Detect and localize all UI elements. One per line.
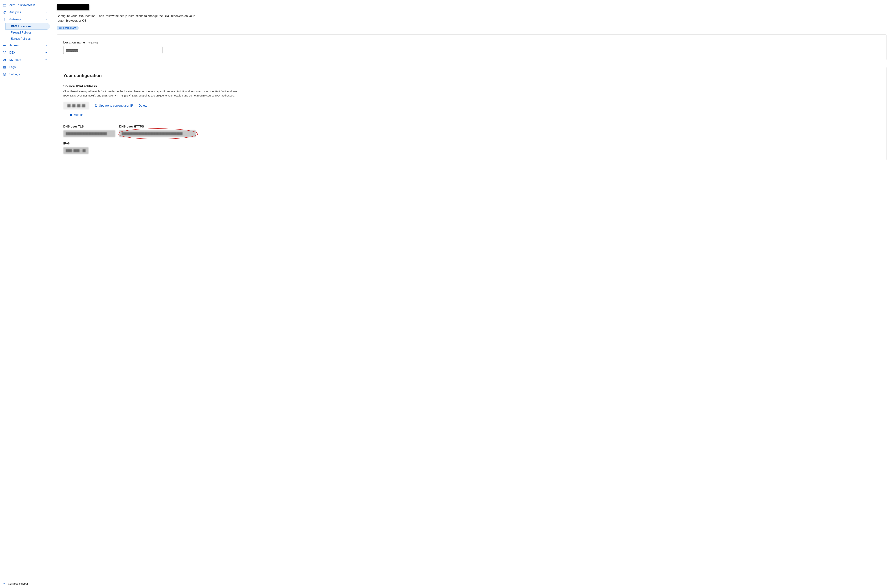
book-icon xyxy=(59,27,62,29)
sidebar-item-gateway[interactable]: Gateway xyxy=(0,16,50,23)
redacted-title xyxy=(57,5,89,10)
dot-value: ▓▓▓▓▓▓▓▓▓▓▓▓▓▓▓▓▓▓▓▓▓▓▓▓▓▓▓ xyxy=(63,130,115,137)
configuration-card: Your configuration Source IPv4 address C… xyxy=(57,67,887,161)
main-content: Configure your DNS location. Then, follo… xyxy=(50,0,893,588)
sidebar-item-label: Access xyxy=(9,44,42,47)
sidebar-item-label: Logs xyxy=(9,65,42,69)
chevron-down-icon xyxy=(45,52,47,54)
sidebar-item-dns-locations[interactable]: DNS Locations xyxy=(5,23,50,30)
svg-rect-3 xyxy=(5,20,5,20)
team-icon xyxy=(3,58,6,62)
svg-point-4 xyxy=(3,45,5,46)
add-ip-button[interactable]: Add IP xyxy=(70,113,83,117)
ipv6-section: IPv6 ▓▓▓▓:▓▓▓▓::▓▓ xyxy=(63,142,880,154)
sidebar-item-label: DEX xyxy=(9,51,42,54)
sidebar-item-label: Settings xyxy=(9,73,47,76)
chevron-up-icon xyxy=(45,19,47,20)
chevron-down-icon xyxy=(45,45,47,47)
sidebar-item-access[interactable]: Access xyxy=(0,42,50,49)
sidebar-item-label: Egress Policies xyxy=(11,37,30,40)
gear-icon xyxy=(3,73,6,76)
location-name-input[interactable] xyxy=(63,46,162,54)
doh-label: DNS over HTTPS xyxy=(119,125,196,128)
add-ip-label: Add IP xyxy=(74,113,83,117)
collapse-sidebar-label: Collapse sidebar xyxy=(8,582,28,585)
chevron-down-icon xyxy=(45,59,47,61)
update-ip-label: Update to current user IP xyxy=(99,104,133,107)
ip-row: ▓▓.▓▓.▓▓.▓▓ Update to current user IP De… xyxy=(63,102,880,110)
dashboard-icon xyxy=(3,3,6,7)
delete-ip-button[interactable]: Delete xyxy=(138,104,147,107)
location-name-label: Location name (Required) xyxy=(63,41,880,44)
dot-label: DNS over TLS xyxy=(63,125,115,128)
chevrons-left-icon xyxy=(3,582,6,585)
sidebar-item-label: Gateway xyxy=(9,18,42,21)
sidebar-item-analytics[interactable]: Analytics xyxy=(0,9,50,16)
plus-circle-icon xyxy=(70,114,72,116)
svg-rect-0 xyxy=(3,4,6,6)
required-label: (Required) xyxy=(87,41,98,44)
source-ipv4-description: Cloudflare Gateway will match DNS querie… xyxy=(63,89,242,98)
sidebar-item-egress-policies[interactable]: Egress Policies xyxy=(5,36,50,42)
refresh-icon xyxy=(95,104,98,107)
location-name-card: Location name (Required) xyxy=(57,35,887,60)
learn-more-link[interactable]: Learn more xyxy=(57,26,79,30)
dot-column: DNS over TLS ▓▓▓▓▓▓▓▓▓▓▓▓▓▓▓▓▓▓▓▓▓▓▓▓▓▓▓ xyxy=(63,125,115,137)
configuration-title: Your configuration xyxy=(63,73,880,78)
doh-value: ▓▓▓▓▓▓▓▓▓▓▓▓▓▓▓▓▓▓▓▓▓▓▓▓▓▓▓▓▓▓▓▓▓▓▓▓▓▓▓▓ xyxy=(119,130,196,137)
sidebar-item-label: My Team xyxy=(9,58,42,62)
update-ip-button[interactable]: Update to current user IP xyxy=(95,104,133,107)
sidebar-item-label: DNS Locations xyxy=(11,25,32,28)
analytics-icon xyxy=(3,11,6,14)
learn-more-label: Learn more xyxy=(63,27,76,29)
sidebar-item-firewall-policies[interactable]: Firewall Policies xyxy=(5,30,50,36)
sidebar: Zero Trust overview Analytics Gateway xyxy=(0,0,50,588)
source-ipv4-title: Source IPv4 address xyxy=(63,84,880,88)
sidebar-nav: Zero Trust overview Analytics Gateway xyxy=(0,0,50,579)
dex-icon xyxy=(3,51,6,54)
svg-point-8 xyxy=(4,59,5,60)
svg-point-9 xyxy=(5,59,6,60)
gateway-icon xyxy=(3,18,6,21)
ipv6-label: IPv6 xyxy=(63,142,880,145)
collapse-sidebar-button[interactable]: Collapse sidebar xyxy=(0,579,50,588)
sidebar-item-zero-trust-overview[interactable]: Zero Trust overview xyxy=(0,2,50,9)
chevron-down-icon xyxy=(45,11,47,13)
sidebar-item-settings[interactable]: Settings xyxy=(0,71,50,78)
gateway-subitems: DNS Locations Firewall Policies Egress P… xyxy=(0,23,50,42)
sidebar-item-label: Analytics xyxy=(9,11,42,14)
logs-icon xyxy=(3,65,6,69)
sidebar-item-dex[interactable]: DEX xyxy=(0,49,50,56)
page-description: Configure your DNS location. Then, follo… xyxy=(57,14,197,23)
svg-point-14 xyxy=(4,74,5,75)
source-ip-value: ▓▓.▓▓.▓▓.▓▓ xyxy=(63,102,89,110)
sidebar-item-label: Zero Trust overview xyxy=(9,3,47,7)
doh-column: DNS over HTTPS ▓▓▓▓▓▓▓▓▓▓▓▓▓▓▓▓▓▓▓▓▓▓▓▓▓… xyxy=(119,125,196,137)
protocol-grid: DNS over TLS ▓▓▓▓▓▓▓▓▓▓▓▓▓▓▓▓▓▓▓▓▓▓▓▓▓▓▓… xyxy=(63,125,880,137)
chevron-down-icon xyxy=(45,66,47,68)
sidebar-item-label: Firewall Policies xyxy=(11,31,32,34)
sidebar-item-logs[interactable]: Logs xyxy=(0,63,50,71)
delete-ip-label: Delete xyxy=(138,104,147,107)
access-icon xyxy=(3,44,6,47)
sidebar-item-my-team[interactable]: My Team xyxy=(0,56,50,63)
ipv6-value: ▓▓▓▓:▓▓▓▓::▓▓ xyxy=(63,147,89,154)
svg-rect-2 xyxy=(5,19,5,19)
